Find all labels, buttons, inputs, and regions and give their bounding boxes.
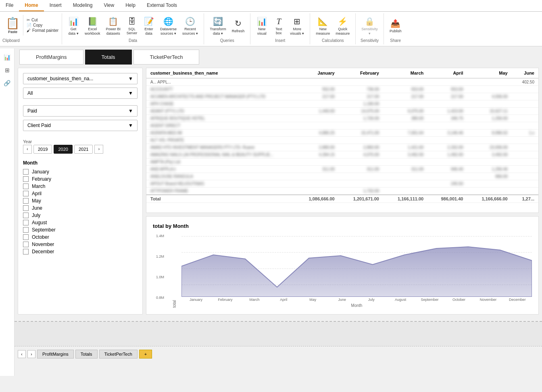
tab-modeling[interactable]: Modeling — [67, 0, 98, 11]
sheet-nav-next[interactable]: › — [27, 350, 35, 358]
new-measure-button[interactable]: 📐 Newmeasure — [313, 15, 332, 38]
month-march-checkbox[interactable] — [23, 183, 29, 189]
customer-filter-value[interactable]: All ▼ — [23, 88, 138, 99]
month-march[interactable]: March — [23, 183, 138, 190]
cell-apr: 1,492.00 — [427, 151, 467, 158]
new-measure-label: Newmeasure — [316, 27, 330, 36]
month-february[interactable]: February — [23, 175, 138, 183]
sql-server-button[interactable]: 🗄 SQLServer — [124, 15, 140, 38]
month-may[interactable]: May — [23, 197, 138, 204]
tab-ticket-per-tech[interactable]: TicketPerTech — [133, 50, 200, 65]
chart-title: total by Month — [153, 223, 532, 229]
sheet-tab-add[interactable]: + — [139, 350, 152, 359]
x-label-dec: December — [503, 298, 532, 302]
tab-help[interactable]: Help — [120, 0, 141, 11]
month-october-checkbox[interactable] — [23, 234, 29, 240]
month-june[interactable]: June — [23, 204, 138, 212]
paid-filter-dropdown[interactable]: Paid ▼ — [23, 105, 138, 117]
customer-filter-dropdown[interactable]: customer_business_then_na... ▼ — [23, 73, 138, 84]
tab-file[interactable]: File — [0, 0, 19, 11]
publish-button[interactable]: 📤 Publish — [387, 15, 404, 38]
paid-filter-value[interactable]: Client Paid ▼ — [23, 120, 138, 131]
sheet-tab-totals[interactable]: Totals — [75, 350, 98, 359]
month-june-checkbox[interactable] — [23, 205, 29, 211]
month-november[interactable]: November — [23, 241, 138, 248]
paste-button[interactable]: 📋 Paste — [2, 15, 23, 35]
sheet-nav-prev[interactable]: ‹ — [18, 350, 26, 358]
sidebar-icon-model[interactable]: 🔗 — [2, 77, 13, 89]
month-august-checkbox[interactable] — [23, 220, 29, 225]
month-september-checkbox[interactable] — [23, 227, 29, 233]
year-2021-button[interactable]: 2021 — [74, 145, 93, 154]
month-july-checkbox[interactable] — [23, 213, 29, 218]
month-april[interactable]: April — [23, 190, 138, 197]
month-february-checkbox[interactable] — [23, 176, 29, 182]
month-may-checkbox[interactable] — [23, 198, 29, 204]
month-september[interactable]: September — [23, 226, 138, 234]
sidebar-icon-report[interactable]: 📊 — [2, 52, 13, 63]
year-prev-button[interactable]: ‹ — [23, 145, 32, 154]
cell-may — [467, 158, 511, 165]
filter-panel: customer_business_then_na... ▼ All ▼ Pai… — [18, 68, 143, 315]
cell-name: AGRATA MED.IM — [146, 129, 294, 136]
enter-data-button[interactable]: 📝 Enterdata — [141, 15, 157, 38]
table-scroll[interactable]: customer_business_then_name January Febr… — [146, 68, 538, 213]
calculations-group-items: 📐 Newmeasure ⚡ Quickmeasure — [313, 15, 352, 38]
cell-mar: 553.00 — [383, 85, 427, 93]
cell-feb — [339, 136, 383, 144]
more-visuals-icon: ⊞ — [294, 17, 300, 26]
cell-apr: 2,332.00 — [427, 144, 467, 151]
dataverse-button[interactable]: 🌐 Dataversesources ▾ — [158, 15, 179, 38]
month-october[interactable]: October — [23, 234, 138, 241]
month-november-checkbox[interactable] — [23, 242, 29, 247]
sheet-tab-ticket[interactable]: TicketPerTech — [99, 350, 138, 359]
chart-container: total by Month 1.4M 1.2M 1.0M 0.8M total — [146, 216, 539, 315]
sensitivity-group-label: Sensitivity — [361, 38, 379, 43]
cell-jan — [294, 115, 338, 122]
month-july[interactable]: July — [23, 212, 138, 219]
month-april-checkbox[interactable] — [23, 191, 29, 196]
power-bi-datasets-button[interactable]: 📋 Power BIdatasets — [104, 15, 123, 38]
month-january[interactable]: January — [23, 168, 138, 175]
tab-profit-margins[interactable]: ProfitMargins — [19, 50, 83, 65]
get-data-button[interactable]: 📊 Getdata ▾ — [65, 15, 81, 38]
month-august[interactable]: August — [23, 219, 138, 226]
sheet-tab-profit-margins[interactable]: ProfitMargins — [37, 350, 74, 359]
cell-feb — [339, 78, 383, 86]
text-box-button[interactable]: T Textbox — [271, 15, 287, 38]
table-row: ATTPOWER FRAME 1,732.00 — [146, 187, 538, 195]
format-painter-button[interactable]: 🖌 Format painter — [26, 28, 59, 33]
cell-feb — [339, 158, 383, 165]
year-2020-button[interactable]: 2020 — [54, 145, 72, 154]
svg-marker-4 — [181, 247, 532, 297]
month-january-label: January — [32, 169, 49, 175]
tab-external-tools[interactable]: External Tools — [141, 0, 183, 11]
cell-apr: 553.00 — [427, 85, 467, 93]
sensitivity-button[interactable]: 🔒 Sensitivity▾ — [359, 15, 380, 38]
cell-jan: 1,440.00 — [294, 107, 338, 115]
year-2019-button[interactable]: 2019 — [33, 145, 52, 154]
month-section-label: Month — [23, 160, 138, 166]
recent-sources-button[interactable]: 🕒 Recentsources ▾ — [180, 15, 200, 38]
cell-name: ACCOUNTT — [146, 85, 294, 93]
tab-insert[interactable]: Insert — [44, 0, 67, 11]
cell-name: AMAZING NAILS (JA PROFESSIONAL NAIL & BE… — [146, 151, 294, 158]
transform-data-button[interactable]: 🔄 Transformdata ▾ — [207, 15, 229, 38]
excel-workbook-button[interactable]: 📗 Excelworkbook — [82, 15, 103, 38]
quick-measure-button[interactable]: ⚡ Quickmeasure — [333, 15, 352, 38]
sidebar-icon-data[interactable]: ⊞ — [2, 65, 13, 76]
year-next-button[interactable]: › — [94, 145, 103, 154]
tab-totals[interactable]: Totals — [85, 50, 132, 65]
copy-button[interactable]: 📄 Copy — [26, 23, 59, 28]
month-december-checkbox[interactable] — [23, 249, 29, 254]
new-visual-button[interactable]: 📊 Newvisual — [254, 15, 270, 38]
cell-may: 1,166,666.00 — [467, 195, 511, 203]
chart-area: 1.4M 1.2M 1.0M 0.8M total — [153, 232, 532, 308]
tab-view[interactable]: View — [98, 0, 120, 11]
more-visuals-button[interactable]: ⊞ Morevisuals ▾ — [288, 15, 306, 38]
refresh-button[interactable]: ↻ Refresh — [229, 15, 247, 38]
tab-home[interactable]: Home — [19, 0, 44, 11]
month-january-checkbox[interactable] — [23, 169, 29, 175]
cut-button[interactable]: ✂ Cut — [26, 17, 59, 23]
month-december[interactable]: December — [23, 248, 138, 255]
